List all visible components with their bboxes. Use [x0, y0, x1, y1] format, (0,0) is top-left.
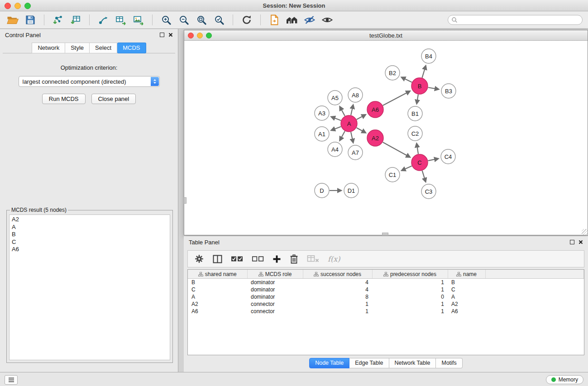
- import-table-button[interactable]: [68, 13, 83, 27]
- network-minimize-button[interactable]: [197, 33, 203, 38]
- network-close-button[interactable]: [188, 33, 194, 38]
- table-cell[interactable]: 8: [303, 293, 372, 300]
- tab-network-table[interactable]: Network Table: [389, 358, 436, 368]
- edge-A2-C[interactable]: [383, 142, 410, 157]
- node-A5[interactable]: A5: [328, 91, 342, 105]
- table-cell[interactable]: 4: [303, 279, 372, 286]
- network-canvas[interactable]: B4B2BB3A5A8A6B1A3AC2A1A2A4A7C4CC1C3DD1: [184, 41, 588, 235]
- result-item[interactable]: A: [12, 224, 167, 231]
- node-A1[interactable]: A1: [315, 127, 329, 141]
- node-D[interactable]: D: [315, 183, 329, 198]
- tab-select[interactable]: Select: [90, 43, 117, 53]
- table-cell[interactable]: C: [188, 286, 247, 293]
- table-cell[interactable]: connector: [247, 308, 303, 315]
- zoom-out-button[interactable]: [177, 13, 191, 27]
- node-B4[interactable]: B4: [421, 49, 436, 63]
- select-all-columns-button[interactable]: [231, 255, 243, 263]
- first-neighbors-button[interactable]: [285, 13, 299, 27]
- edge-C-C1[interactable]: [402, 166, 412, 171]
- zoom-fit-button[interactable]: [194, 13, 209, 27]
- table-row[interactable]: Cdominator41C: [188, 286, 584, 293]
- column-header-name[interactable]: name: [448, 270, 485, 279]
- network-maximize-button[interactable]: [206, 33, 212, 38]
- column-header-predecessor-nodes[interactable]: predecessor nodes: [372, 270, 448, 279]
- hide-graphics-details-button[interactable]: [302, 13, 317, 27]
- result-item[interactable]: C: [12, 238, 167, 246]
- table-cell[interactable]: C: [448, 286, 485, 293]
- edge-C-C4[interactable]: [428, 159, 438, 161]
- tab-mcds[interactable]: MCDS: [117, 43, 146, 53]
- delete-columns-button[interactable]: [290, 254, 298, 264]
- table-cell[interactable]: dominator: [247, 286, 303, 293]
- column-header-MCDS-role[interactable]: MCDS role: [247, 270, 303, 279]
- table-cell[interactable]: A6: [448, 308, 485, 315]
- tab-motifs[interactable]: Motifs: [436, 358, 462, 368]
- table-row[interactable]: A2connector11A2: [188, 300, 584, 308]
- edge-B-B4[interactable]: [422, 66, 426, 78]
- node-C2[interactable]: C2: [408, 126, 422, 141]
- tab-node-table[interactable]: Node Table: [309, 358, 349, 368]
- tab-network[interactable]: Network: [32, 43, 65, 53]
- resize-grip[interactable]: [582, 229, 588, 235]
- close-panel-icon[interactable]: [168, 33, 173, 37]
- table-cell[interactable]: B: [448, 279, 485, 286]
- edge-A-A4[interactable]: [340, 131, 345, 140]
- node-C3[interactable]: C3: [421, 184, 436, 199]
- edge-B-B1[interactable]: [417, 95, 418, 104]
- function-builder-button[interactable]: f(x): [328, 255, 340, 263]
- search-input[interactable]: [448, 15, 583, 25]
- edge-A-A8[interactable]: [351, 105, 353, 115]
- edge-A-A1[interactable]: [331, 127, 341, 130]
- create-column-button[interactable]: [272, 255, 281, 263]
- table-cell[interactable]: connector: [247, 300, 303, 308]
- column-header-successor-nodes[interactable]: successor nodes: [303, 270, 372, 279]
- table-cell[interactable]: 1: [372, 286, 448, 293]
- table-cell[interactable]: B: [188, 279, 247, 286]
- result-item[interactable]: B: [12, 231, 167, 238]
- node-C1[interactable]: C1: [385, 167, 400, 182]
- show-graphics-details-button[interactable]: [320, 13, 335, 27]
- result-item[interactable]: A2: [12, 216, 167, 224]
- table-row[interactable]: A6connector11A6: [188, 308, 584, 315]
- node-C[interactable]: C: [411, 154, 428, 171]
- table-cell[interactable]: A6: [188, 308, 247, 315]
- node-A2[interactable]: A2: [367, 130, 383, 146]
- delete-table-button[interactable]: [307, 255, 319, 263]
- export-table-button[interactable]: [114, 13, 128, 27]
- table-row[interactable]: Adominator80A: [188, 293, 584, 300]
- node-A[interactable]: A: [341, 115, 357, 132]
- open-session-button[interactable]: [5, 13, 20, 27]
- fullscreen-window-button[interactable]: [24, 3, 31, 9]
- float-panel-button[interactable]: [160, 33, 164, 37]
- close-panel-button[interactable]: Close panel: [91, 94, 136, 104]
- unselect-all-columns-button[interactable]: [252, 255, 264, 263]
- memory-button[interactable]: Memory: [546, 375, 583, 384]
- resize-grip[interactable]: [382, 233, 388, 235]
- table-row[interactable]: Bdominator41B: [188, 279, 584, 286]
- criterion-dropdown[interactable]: largest connected component (directed): [19, 76, 160, 87]
- zoom-in-button[interactable]: [159, 13, 173, 27]
- edge-C-C2[interactable]: [417, 144, 419, 154]
- tab-style[interactable]: Style: [65, 43, 90, 53]
- table-cell[interactable]: 1: [372, 300, 448, 308]
- table-cell[interactable]: dominator: [247, 279, 303, 286]
- show-columns-button[interactable]: [213, 255, 222, 263]
- node-B[interactable]: B: [411, 78, 428, 94]
- node-A7[interactable]: A7: [348, 145, 363, 160]
- edge-C-C3[interactable]: [422, 171, 425, 181]
- node-B3[interactable]: B3: [441, 84, 456, 98]
- edge-A6-B[interactable]: [383, 91, 410, 105]
- table-cell[interactable]: 1: [303, 300, 372, 308]
- node-A3[interactable]: A3: [315, 106, 329, 120]
- edge-B-B3[interactable]: [428, 87, 439, 89]
- edge-A-A2[interactable]: [357, 128, 365, 133]
- table-cell[interactable]: 1: [303, 308, 372, 315]
- mcds-result-list[interactable]: A2ABCA6: [9, 214, 170, 360]
- table-cell[interactable]: A2: [188, 300, 247, 308]
- node-D1[interactable]: D1: [344, 183, 359, 198]
- edge-A-A6[interactable]: [357, 115, 365, 119]
- export-network-button[interactable]: [96, 13, 110, 27]
- float-panel-button[interactable]: [570, 240, 574, 244]
- table-cell[interactable]: dominator: [247, 293, 303, 300]
- column-header-shared-name[interactable]: shared name: [188, 270, 247, 279]
